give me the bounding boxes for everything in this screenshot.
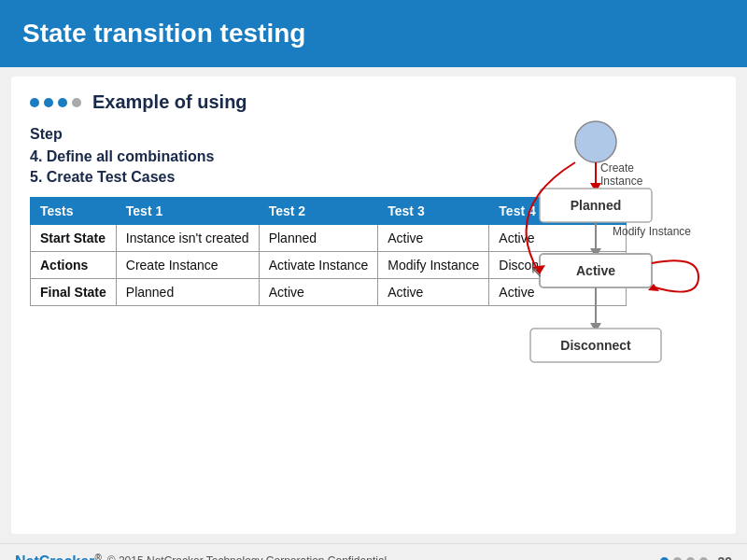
col-header-tests: Tests: [31, 198, 117, 225]
row-label-start: Start State: [31, 225, 117, 252]
row-label-actions: Actions: [31, 252, 117, 279]
footer-left: NetCracker® © 2015 NetCracker Technology…: [15, 553, 387, 560]
row-start-t2: Planned: [259, 225, 378, 252]
row-label-final: Final State: [31, 279, 117, 306]
svg-text:Planned: Planned: [571, 198, 621, 213]
row-actions-t2: Activate Instance: [259, 252, 378, 279]
row-start-t3: Active: [378, 225, 489, 252]
section-header: Example of using: [30, 91, 717, 113]
logo-net: Net: [15, 553, 39, 560]
section-title: Example of using: [92, 91, 247, 113]
svg-point-0: [575, 121, 616, 162]
col-header-test2: Test 2: [259, 198, 378, 225]
diagram-svg: Create Instance Planned Modify Instance …: [474, 114, 717, 450]
netcracker-logo: NetCracker®: [15, 553, 102, 560]
logo-registered: ®: [94, 553, 101, 560]
page-header: State transition testing: [0, 0, 747, 67]
dot-2: [44, 98, 53, 107]
footer-copyright: © 2015 NetCracker Technology Corporation…: [107, 554, 387, 560]
row-actions-t1: Create Instance: [116, 252, 259, 279]
col-header-test3: Test 3: [378, 198, 489, 225]
svg-text:Disconnect: Disconnect: [560, 338, 631, 353]
svg-text:Create: Create: [600, 161, 634, 175]
state-diagram: Create Instance Planned Modify Instance …: [474, 114, 726, 469]
svg-text:Instance: Instance: [600, 175, 643, 188]
svg-text:Modify Instance: Modify Instance: [613, 225, 691, 238]
svg-text:↖: ↖: [530, 264, 543, 280]
dot-4: [72, 98, 81, 107]
row-final-t3: Active: [378, 279, 489, 306]
page-number: 39: [717, 554, 732, 561]
row-final-t2: Active: [259, 279, 378, 306]
svg-text:Active: Active: [576, 263, 615, 278]
dot-1: [30, 98, 39, 107]
footer-right: 39: [660, 554, 732, 561]
page-title: State transition testing: [22, 19, 305, 49]
main-content: Example of using Step 4. Define all comb…: [11, 77, 736, 534]
row-actions-t3: Modify Instance: [378, 252, 489, 279]
logo-cracker: Cracker: [39, 553, 95, 560]
section-dots: [30, 98, 81, 107]
row-final-t1: Planned: [116, 279, 259, 306]
col-header-test1: Test 1: [116, 198, 259, 225]
table-area: Tests Test 1 Test 2 Test 3 Test 4 Start …: [30, 197, 717, 306]
footer: NetCracker® © 2015 NetCracker Technology…: [0, 543, 747, 560]
row-start-t1: Instance isn't created: [116, 225, 259, 252]
dot-3: [58, 98, 67, 107]
